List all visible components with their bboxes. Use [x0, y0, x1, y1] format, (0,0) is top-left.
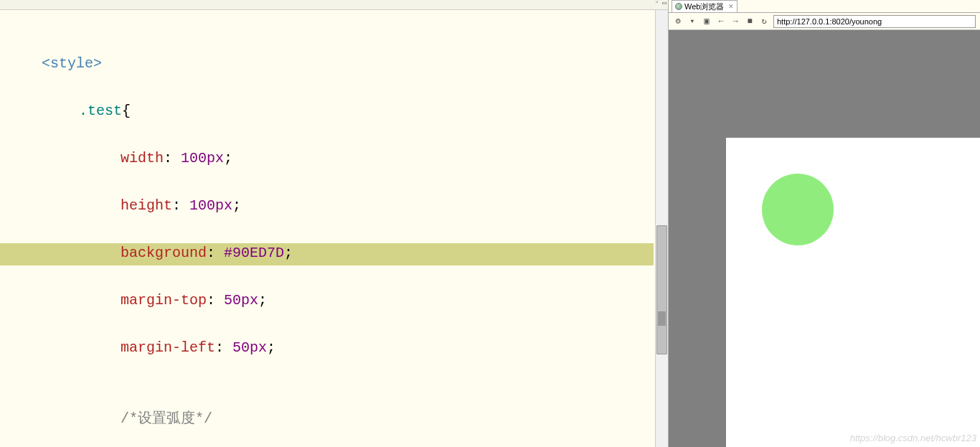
code-token: 50 [232, 339, 250, 356]
code-comment: /*设置弧度*/ [121, 410, 212, 427]
watermark-text: https://blog.csdn.net/hcwbr123 [850, 433, 976, 443]
stop-icon[interactable]: ■ [745, 17, 755, 27]
code-token: : [164, 150, 172, 166]
code-token: < [42, 55, 50, 72]
editor-top-bar: ▫ ▭ [0, 0, 668, 10]
browser-viewport: https://blog.csdn.net/hcwbr123 [669, 30, 980, 447]
minimize-icon[interactable]: ▫ [655, 0, 659, 7]
code-token: > [93, 55, 102, 72]
code-token: : [207, 292, 215, 309]
terminal-icon[interactable]: ▣ [702, 17, 712, 27]
code-token: ; [267, 339, 275, 356]
code-token: style [50, 55, 93, 72]
code-token: : [172, 197, 181, 214]
code-editor-pane: ▫ ▭ <style> .test{ width: 100px; height:… [0, 0, 669, 447]
code-token: background [121, 245, 207, 261]
code-editor[interactable]: <style> .test{ width: 100px; height: 100… [0, 10, 668, 447]
code-token: ; [232, 197, 241, 214]
url-text: http://127.0.0.1:8020/younong [777, 17, 882, 26]
code-token: ; [284, 245, 293, 261]
code-token: px [215, 197, 232, 214]
globe-icon [675, 3, 682, 10]
code-token: 100 [181, 150, 207, 166]
refresh-icon[interactable]: ↻ [759, 17, 769, 27]
code-token [215, 245, 224, 261]
code-token: margin-left [121, 339, 215, 356]
code-token: ; [224, 150, 232, 166]
close-icon[interactable]: ✕ [728, 3, 734, 10]
code-token: : [207, 245, 215, 261]
code-token: .test [79, 103, 122, 119]
browser-tab-title: Web浏览器 [684, 1, 724, 12]
code-token [224, 339, 232, 356]
url-input[interactable]: http://127.0.0.1:8020/younong [773, 15, 976, 28]
browser-toolbar: ⚙ ▼ ▣ ← → ■ ↻ http://127.0.0.1:8020/youn… [669, 13, 980, 30]
code-token: : [215, 339, 224, 356]
code-token [181, 197, 189, 214]
code-token: px [241, 292, 258, 309]
browser-tab-bar: Web浏览器 ✕ [669, 0, 980, 13]
browser-preview-pane: Web浏览器 ✕ ⚙ ▼ ▣ ← → ■ ↻ http://127.0.0.1:… [669, 0, 980, 447]
code-token: #90ED7D [224, 245, 284, 261]
code-token: margin-top [121, 292, 207, 309]
maximize-icon[interactable]: ▭ [662, 0, 666, 7]
code-token [215, 292, 224, 309]
code-token: 100 [189, 197, 215, 214]
code-token: { [122, 103, 131, 119]
back-icon[interactable]: ← [716, 17, 726, 27]
forward-icon[interactable]: → [730, 17, 740, 27]
rendered-page: https://blog.csdn.net/hcwbr123 [726, 138, 980, 447]
chevron-down-icon[interactable]: ▼ [687, 17, 697, 27]
browser-tab[interactable]: Web浏览器 ✕ [672, 0, 738, 12]
code-token: px [207, 150, 224, 166]
code-token: width [121, 150, 164, 166]
rendered-circle [762, 174, 834, 245]
gear-icon[interactable]: ⚙ [673, 17, 683, 27]
code-token [172, 150, 181, 166]
code-token: ; [258, 292, 267, 309]
code-token: px [250, 339, 267, 356]
code-token: height [121, 197, 172, 214]
code-token: 50 [224, 292, 241, 309]
